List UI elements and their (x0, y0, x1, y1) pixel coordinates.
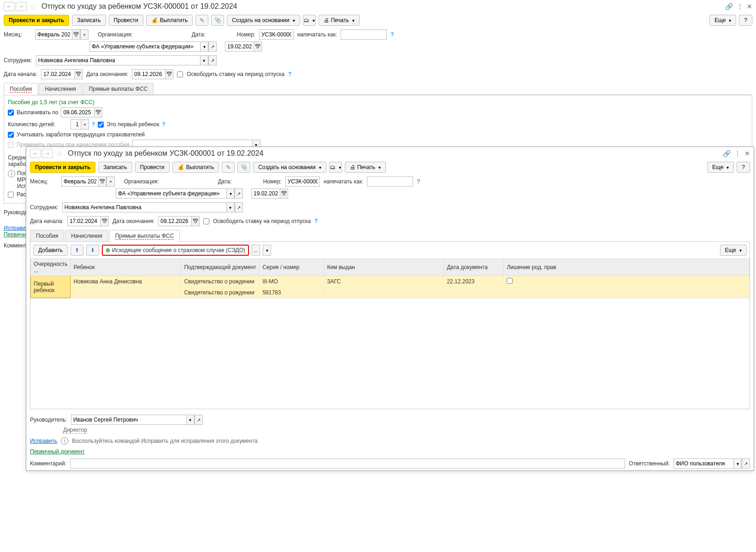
link-icon[interactable]: 🔗 (723, 150, 731, 157)
month-stepper[interactable]: ÷ (106, 176, 115, 187)
create-based-dropdown[interactable]: Создать на основании (253, 162, 326, 173)
calendar-icon[interactable] (94, 107, 102, 117)
calendar-icon[interactable] (191, 216, 200, 226)
employee-open-button[interactable]: ↗ (208, 55, 217, 65)
count-stepper[interactable]: ÷ (81, 119, 89, 129)
tab-direct-fss[interactable]: Прямые выплаты ФСС (109, 230, 180, 242)
conduct-close-button[interactable]: Провести и закрыть (30, 162, 95, 173)
org-open-button[interactable]: ↗ (208, 41, 217, 52)
hint-icon[interactable]: ? (162, 121, 165, 128)
hint-icon[interactable]: ? (288, 71, 291, 77)
link-icon[interactable]: 🔗 (725, 3, 733, 10)
consider-prev-checkbox[interactable] (8, 132, 14, 138)
nav-back[interactable]: ← (30, 149, 41, 158)
tab-accruals[interactable]: Начисления (39, 83, 82, 94)
nav-back[interactable]: ← (4, 2, 15, 11)
calendar-icon[interactable] (74, 69, 83, 79)
hint-icon[interactable]: ? (314, 218, 318, 224)
org-select-button[interactable]: ▾ (200, 41, 208, 52)
date-input[interactable] (225, 41, 254, 52)
close-icon[interactable]: ✕ (747, 3, 752, 10)
employee-input[interactable] (36, 55, 200, 65)
sedo-message-label[interactable]: Исходящее сообщение о страховом случае (… (112, 247, 245, 251)
attach-button[interactable]: 📎 (211, 15, 224, 26)
help-button[interactable]: ? (739, 15, 752, 26)
hint-icon[interactable]: ? (390, 31, 394, 38)
edit-icon-button[interactable]: ✎ (195, 15, 208, 26)
kebab-menu-icon[interactable]: ⋮ (734, 150, 741, 157)
calendar-icon[interactable] (98, 176, 106, 187)
tab-benefits[interactable]: Пособия (30, 230, 64, 241)
nav-forward[interactable]: → (16, 2, 27, 11)
employee-select-button[interactable]: ▾ (226, 202, 235, 212)
move-down-button[interactable]: ⬇ (86, 245, 99, 251)
pay-button[interactable]: 💰Выплатить (146, 15, 193, 26)
pay-until-checkbox[interactable] (8, 110, 14, 116)
print-dropdown[interactable]: Печать (345, 162, 386, 173)
release-rate-checkbox[interactable] (177, 71, 183, 77)
conduct-button[interactable]: Провести (135, 162, 170, 173)
month-input[interactable] (35, 29, 72, 40)
employee-open-button[interactable]: ↗ (235, 202, 243, 212)
release-rate-checkbox[interactable] (203, 218, 209, 224)
print-as-input[interactable] (367, 176, 413, 187)
hint-icon[interactable]: ? (417, 178, 420, 185)
help-button[interactable]: ? (737, 162, 750, 173)
month-input[interactable] (61, 176, 98, 187)
org-open-button[interactable]: ↗ (235, 188, 243, 199)
structure-dropdown[interactable]: 🗂 (303, 15, 316, 26)
print-dropdown[interactable]: Печать (319, 15, 360, 26)
children-count-input[interactable] (71, 119, 81, 129)
calendar-icon[interactable] (72, 29, 80, 40)
more-dropdown[interactable]: Еще (707, 162, 734, 173)
calendar-icon[interactable] (100, 216, 109, 226)
pay-until-date-input[interactable] (61, 107, 94, 117)
create-based-dropdown[interactable]: Создать на основании (227, 15, 300, 26)
nav-forward[interactable]: → (42, 149, 53, 158)
date-input[interactable] (251, 188, 280, 199)
sedo-more-button[interactable]: ... (252, 245, 260, 251)
more-dropdown[interactable]: Еще (720, 245, 747, 251)
pay-button[interactable]: 💰Выплатить (172, 162, 219, 173)
conduct-button[interactable]: Провести (109, 15, 143, 26)
org-select-button[interactable]: ▾ (226, 188, 235, 199)
calendar-icon[interactable] (254, 41, 262, 52)
first-child-checkbox[interactable] (98, 122, 104, 128)
pay-icon: 💰 (151, 17, 158, 23)
pencil-icon: ✎ (200, 17, 205, 24)
org-input[interactable] (89, 41, 200, 52)
tab-direct-fss[interactable]: Прямые выплаты ФСС (83, 83, 154, 94)
end-date-input[interactable] (132, 69, 165, 79)
sedo-dropdown-button[interactable]: ▾ (263, 245, 271, 251)
more-dropdown[interactable]: Еще (709, 15, 736, 26)
employee-input[interactable] (62, 202, 226, 212)
tab-benefits[interactable]: Пособия (4, 83, 38, 95)
number-input[interactable] (259, 29, 294, 40)
month-stepper[interactable]: ÷ (80, 29, 89, 40)
info-icon: i (8, 170, 15, 177)
add-button[interactable]: Добавить (33, 245, 68, 251)
save-button[interactable]: Записать (98, 162, 132, 173)
structure-dropdown[interactable]: 🗂 (329, 162, 342, 173)
attach-button[interactable]: 📎 (237, 162, 250, 173)
save-button[interactable]: Записать (72, 15, 106, 26)
tab-accruals[interactable]: Начисления (65, 230, 108, 241)
print-as-input[interactable] (341, 29, 387, 40)
employee-select-button[interactable]: ▾ (200, 55, 208, 65)
favorite-star-icon[interactable]: ☆ (54, 149, 65, 158)
calendar-icon[interactable] (165, 69, 173, 79)
start-date-input[interactable] (67, 216, 100, 226)
calc-checkbox[interactable] (8, 192, 14, 198)
close-icon[interactable]: ✕ (744, 150, 750, 157)
calendar-icon[interactable] (280, 188, 288, 199)
hint-icon[interactable]: ? (92, 121, 95, 128)
end-date-input[interactable] (158, 216, 191, 226)
kebab-menu-icon[interactable]: ⋮ (737, 3, 743, 10)
start-date-input[interactable] (41, 69, 74, 79)
conduct-close-button[interactable]: Провести и закрыть (4, 15, 69, 26)
number-input[interactable] (285, 176, 320, 187)
org-input[interactable] (116, 188, 226, 199)
move-up-button[interactable]: ⬆ (71, 245, 83, 251)
favorite-star-icon[interactable]: ☆ (28, 2, 39, 11)
edit-icon-button[interactable]: ✎ (222, 162, 235, 173)
